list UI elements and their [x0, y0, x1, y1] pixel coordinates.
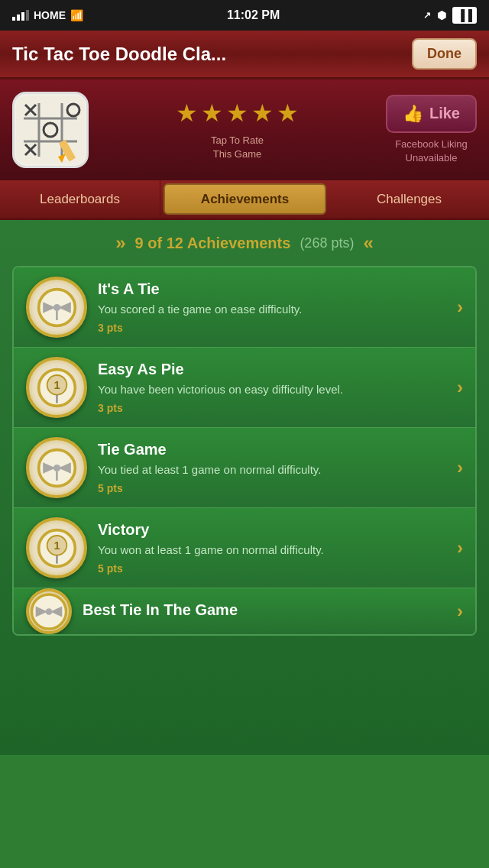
- list-item[interactable]: 1 Victory You won at least 1 game on nor…: [14, 508, 475, 588]
- chevron-left-deco: »: [115, 232, 125, 254]
- bluetooth-icon: ⬢: [437, 9, 446, 21]
- achievement-title: Easy As Pie: [98, 361, 446, 378]
- page-title: Tic Tac Toe Doodle Cla...: [12, 44, 412, 65]
- svg-text:1: 1: [53, 539, 60, 552]
- thumbs-up-icon: 👍: [403, 104, 423, 124]
- like-button[interactable]: 👍 Like: [386, 95, 477, 133]
- achievement-title: Tie Game: [98, 441, 446, 458]
- like-section: 👍 Like Facebook LikingUnavailable: [386, 95, 477, 165]
- achievement-pts: 5 pts: [98, 562, 446, 575]
- status-time: 11:02 PM: [227, 8, 280, 22]
- achievement-pts-label: (268 pts): [300, 235, 354, 251]
- rating-section[interactable]: ★ ★ ★ ★ ★ Tap To RateThis Game: [101, 99, 374, 161]
- status-bar: HOME 📶 11:02 PM ↗ ⬢ ▐▐: [0, 0, 489, 31]
- facebook-unavailable-label: Facebook LikingUnavailable: [395, 138, 468, 165]
- achievement-badge: [26, 588, 72, 634]
- list-item[interactable]: 1 Easy As Pie You have been victorious o…: [14, 348, 475, 428]
- nav-tabs: Leaderboards Achievements Challenges: [0, 180, 489, 220]
- list-item[interactable]: It's A Tie You scored a tie game on ease…: [14, 267, 475, 348]
- achievement-count-label: 9 of 12 Achievements: [135, 235, 291, 252]
- chevron-right-icon: ›: [457, 296, 463, 318]
- achievement-info: It's A Tie You scored a tie game on ease…: [98, 280, 446, 334]
- svg-point-16: [53, 303, 60, 310]
- achievement-pts: 3 pts: [98, 322, 446, 334]
- achievement-pts: 3 pts: [98, 402, 446, 414]
- achievement-badge: [26, 437, 87, 498]
- chevron-right-icon: ›: [457, 601, 463, 622]
- achievement-desc: You scored a tie game on ease difficulty…: [98, 301, 446, 317]
- svg-text:1: 1: [53, 379, 60, 391]
- list-item[interactable]: Best Tie In The Game ›: [14, 588, 475, 634]
- achievement-title: It's A Tie: [98, 280, 446, 298]
- done-button[interactable]: Done: [412, 38, 477, 70]
- tab-leaderboards[interactable]: Leaderboards: [0, 180, 160, 218]
- location-icon: ↗: [423, 10, 431, 21]
- achievement-header: » 9 of 12 Achievements (268 pts) «: [12, 232, 477, 254]
- svg-point-25: [53, 464, 60, 471]
- achievement-pts: 5 pts: [98, 482, 446, 494]
- achievement-info: Easy As Pie You have been victorious on …: [98, 361, 446, 414]
- status-right: ↗ ⬢ ▐▐: [423, 7, 477, 24]
- chevron-right-deco: «: [363, 232, 373, 254]
- achievement-desc: You won at least 1 game on normal diffic…: [98, 542, 446, 558]
- battery-icon: ▐▐: [452, 7, 477, 24]
- achievement-badge: 1: [26, 357, 87, 418]
- svg-point-34: [46, 608, 53, 615]
- achievement-info: Victory You won at least 1 game on norma…: [98, 521, 446, 575]
- tap-rate-label: Tap To RateThis Game: [211, 134, 264, 161]
- title-bar: Tic Tac Toe Doodle Cla... Done: [0, 31, 489, 79]
- tab-challenges[interactable]: Challenges: [329, 180, 489, 218]
- star-5[interactable]: ★: [277, 99, 299, 128]
- achievement-title: Best Tie In The Game: [83, 601, 446, 619]
- signal-icon: [12, 10, 29, 21]
- star-4[interactable]: ★: [251, 99, 274, 128]
- tab-achievements[interactable]: Achievements: [164, 183, 326, 215]
- star-1[interactable]: ★: [176, 99, 198, 128]
- wifi-icon: 📶: [70, 9, 83, 21]
- stars-row[interactable]: ★ ★ ★ ★ ★: [176, 99, 299, 128]
- star-3[interactable]: ★: [226, 99, 248, 128]
- achievement-badge: [26, 277, 87, 338]
- achievement-desc: You tied at least 1 game on normal diffi…: [98, 462, 446, 478]
- achievement-info: Tie Game You tied at least 1 game on nor…: [98, 441, 446, 494]
- status-left: HOME 📶: [12, 9, 83, 21]
- achievement-badge: 1: [26, 517, 87, 578]
- achievement-list: It's A Tie You scored a tie game on ease…: [12, 266, 477, 636]
- achievement-info: Best Tie In The Game: [83, 601, 446, 622]
- app-header: ★ ★ ★ ★ ★ Tap To RateThis Game 👍 Like Fa…: [0, 79, 489, 180]
- chevron-right-icon: ›: [457, 537, 463, 559]
- carrier-label: HOME: [34, 9, 66, 21]
- chevron-right-icon: ›: [457, 457, 463, 478]
- star-2[interactable]: ★: [201, 99, 223, 128]
- chevron-right-icon: ›: [457, 377, 463, 398]
- list-item[interactable]: Tie Game You tied at least 1 game on nor…: [14, 428, 475, 508]
- main-content: » 9 of 12 Achievements (268 pts) « It's …: [0, 220, 489, 755]
- achievement-title: Victory: [98, 521, 446, 539]
- app-icon: [12, 92, 89, 168]
- like-label: Like: [429, 105, 460, 122]
- achievement-desc: You have been victorious on easy difficu…: [98, 381, 446, 397]
